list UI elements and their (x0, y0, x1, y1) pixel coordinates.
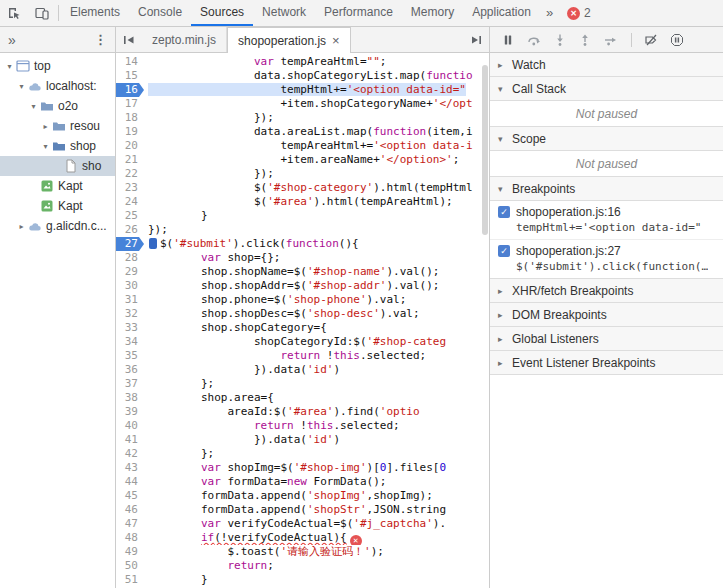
chevron-right-icon[interactable]: ▸ (16, 222, 27, 231)
code-line-text[interactable]: +item.areaName+'</option>'; (144, 153, 489, 167)
panel-tab-console[interactable]: Console (129, 0, 191, 26)
code-line-text[interactable]: shopCategoryId:$('#shop-categ (144, 335, 489, 349)
section-header-watch[interactable]: ▸Watch (490, 53, 723, 77)
line-number[interactable]: 28 (116, 251, 144, 265)
line-number[interactable]: 33 (116, 321, 144, 335)
line-number[interactable]: 14 (116, 55, 144, 69)
code-line-text[interactable]: var verifyCodeActual=$('#j_captcha'). (144, 517, 489, 531)
line-number[interactable]: 26 (116, 223, 144, 237)
section-header-global-listeners[interactable]: ▸Global Listeners (490, 327, 723, 351)
line-number[interactable]: 24 (116, 195, 144, 209)
line-number[interactable]: 51 (116, 573, 144, 587)
step-into-icon[interactable] (554, 34, 566, 46)
chevron-right-icon[interactable]: ▸ (40, 122, 51, 131)
file-tab-shopoperation-js[interactable]: shopoperation.js× (227, 27, 351, 53)
tree-item-o2o[interactable]: ▾o2o (0, 96, 115, 116)
scrollbar-thumb[interactable] (482, 65, 488, 235)
code-line-text[interactable]: areaId:$('#area').find('optio (144, 405, 489, 419)
file-tab-zepto-min-js[interactable]: zepto.min.js (142, 27, 227, 52)
code-line-text[interactable]: shop.shopName=$('#shop-name').val(); (144, 265, 489, 279)
hide-navigator-icon[interactable] (116, 27, 142, 52)
panel-tab-performance[interactable]: Performance (315, 0, 402, 26)
step-out-icon[interactable] (579, 34, 591, 46)
tree-item-localhost[interactable]: ▾localhost: (0, 76, 115, 96)
line-number[interactable]: 50 (116, 559, 144, 573)
line-number[interactable]: 48 (116, 531, 144, 545)
line-number[interactable]: 35 (116, 349, 144, 363)
inline-breakpoint-chip[interactable] (149, 238, 157, 249)
tree-item-sho[interactable]: sho (0, 156, 115, 176)
line-number[interactable]: 38 (116, 391, 144, 405)
tree-item-kapt[interactable]: Kapt (0, 176, 115, 196)
code-line-text[interactable]: } (144, 209, 489, 223)
panel-tab-sources[interactable]: Sources (191, 0, 253, 26)
editor-scrollbar[interactable] (481, 53, 489, 588)
code-line-text[interactable]: }; (144, 447, 489, 461)
close-tab-icon[interactable]: × (332, 36, 340, 46)
line-number[interactable]: 21 (116, 153, 144, 167)
deactivate-breakpoints-icon[interactable] (645, 34, 658, 46)
code-line-text[interactable]: formData.append('shopStr',JSON.string (144, 503, 489, 517)
code-line-text[interactable]: +item.shopCategoryName+'</opt (144, 97, 489, 111)
code-line-text[interactable]: }; (144, 377, 489, 391)
line-number[interactable]: 44 (116, 475, 144, 489)
pause-on-exceptions-icon[interactable] (671, 34, 683, 46)
panel-tab-network[interactable]: Network (253, 0, 315, 26)
breakpoint-entry[interactable]: ✓shopoperation.js:16tempHtml+='<option d… (490, 201, 723, 240)
line-number[interactable]: 22 (116, 167, 144, 181)
code-line-text[interactable]: shop.shopDesc=$('shop-desc').val; (144, 307, 489, 321)
pause-script-icon[interactable] (502, 34, 514, 46)
line-number[interactable]: 45 (116, 489, 144, 503)
panel-tab-elements[interactable]: Elements (61, 0, 129, 26)
line-number[interactable]: 39 (116, 405, 144, 419)
line-number[interactable]: 15 (116, 69, 144, 83)
breakpoint-checkbox[interactable]: ✓ (498, 206, 510, 218)
inspect-element-icon[interactable] (0, 0, 28, 26)
code-line-text[interactable]: } (144, 573, 489, 587)
code-line-text[interactable]: return !this.selected; (144, 419, 489, 433)
line-number[interactable]: 34 (116, 335, 144, 349)
breakpoint-marker[interactable]: 16 (116, 83, 144, 97)
panel-tab-memory[interactable]: Memory (402, 0, 463, 26)
tree-item-shop[interactable]: ▾shop (0, 136, 115, 156)
code-line-text[interactable]: }).data('id') (144, 363, 489, 377)
console-error-badge[interactable]: ✕ 2 (559, 0, 599, 26)
step-icon[interactable] (604, 34, 618, 46)
section-header-dom-breakpoints[interactable]: ▸DOM Breakpoints (490, 303, 723, 327)
line-number[interactable]: 31 (116, 293, 144, 307)
breakpoint-checkbox[interactable]: ✓ (498, 245, 510, 257)
code-line-text[interactable]: var formData=new FormData(); (144, 475, 489, 489)
tree-item-kapt[interactable]: Kapt (0, 196, 115, 216)
line-number[interactable]: 18 (116, 111, 144, 125)
code-line-text[interactable]: }); (144, 167, 489, 181)
section-header-call-stack[interactable]: ▾Call Stack (490, 77, 723, 101)
chevron-down-icon[interactable]: ▾ (4, 62, 15, 71)
code-line-text[interactable]: if(!verifyCodeActual){✕ (144, 531, 489, 545)
code-line-text[interactable]: return !this.selected; (144, 349, 489, 363)
more-panels-icon[interactable]: » (540, 0, 559, 26)
line-number[interactable]: 41 (116, 433, 144, 447)
code-line-text[interactable]: data.shopCategoryList.map(functio (144, 69, 489, 83)
code-line-text[interactable]: tempAreaHtml+='<option data-i (144, 139, 489, 153)
code-line-text[interactable]: }).data('id') (144, 433, 489, 447)
line-number[interactable]: 23 (116, 181, 144, 195)
breakpoint-marker[interactable]: 27 (116, 237, 144, 251)
code-line-text[interactable]: $('#submit').click(function(){ (144, 237, 489, 251)
tree-item-resou[interactable]: ▸resou (0, 116, 115, 136)
section-header-event-listener-breakpoints[interactable]: ▸Event Listener Breakpoints (490, 351, 723, 375)
line-number[interactable]: 25 (116, 209, 144, 223)
section-header-xhr-fetch-breakpoints[interactable]: ▸XHR/fetch Breakpoints (490, 279, 723, 303)
more-navigator-tabs-icon[interactable]: » (8, 32, 16, 48)
step-over-icon[interactable] (527, 34, 541, 46)
line-number[interactable]: 32 (116, 307, 144, 321)
device-toolbar-icon[interactable] (28, 0, 56, 26)
line-number[interactable]: 49 (116, 545, 144, 559)
code-line-text[interactable]: shop.phone=$('shop-phone').val; (144, 293, 489, 307)
code-editor[interactable]: 14 var tempAreaHtml="";15 data.shopCateg… (116, 53, 489, 588)
chevron-down-icon[interactable]: ▾ (16, 82, 27, 91)
tree-item-galicdnc[interactable]: ▸g.alicdn.c... (0, 216, 115, 236)
chevron-down-icon[interactable]: ▾ (40, 142, 51, 151)
code-line-text[interactable]: var shop={}; (144, 251, 489, 265)
panel-tab-application[interactable]: Application (463, 0, 540, 26)
line-number[interactable]: 29 (116, 265, 144, 279)
